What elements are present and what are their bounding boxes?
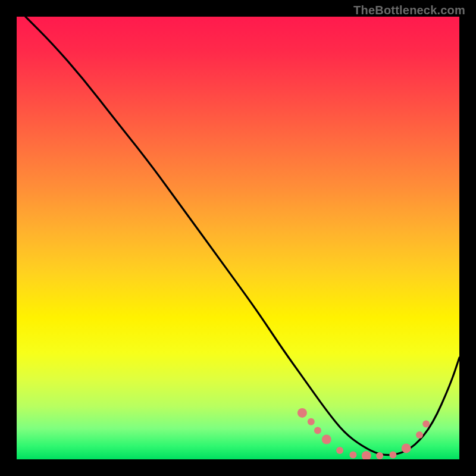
data-dot: [314, 427, 321, 434]
plot-area: [17, 17, 459, 459]
bottleneck-curve: [26, 17, 459, 455]
data-dot: [298, 408, 307, 418]
data-dot: [322, 435, 331, 444]
data-dot: [389, 452, 396, 459]
data-dot: [376, 452, 383, 459]
chart-svg: [17, 17, 459, 459]
data-dot: [349, 452, 356, 459]
data-dot: [422, 421, 430, 428]
data-dot: [336, 447, 343, 454]
data-dot: [402, 443, 411, 453]
data-dots: [298, 408, 430, 459]
data-dot: [416, 431, 423, 439]
data-dot: [308, 418, 315, 425]
chart-stage: TheBottleneck.com: [0, 0, 476, 476]
data-dot: [362, 451, 371, 459]
attribution-label: TheBottleneck.com: [353, 4, 465, 17]
